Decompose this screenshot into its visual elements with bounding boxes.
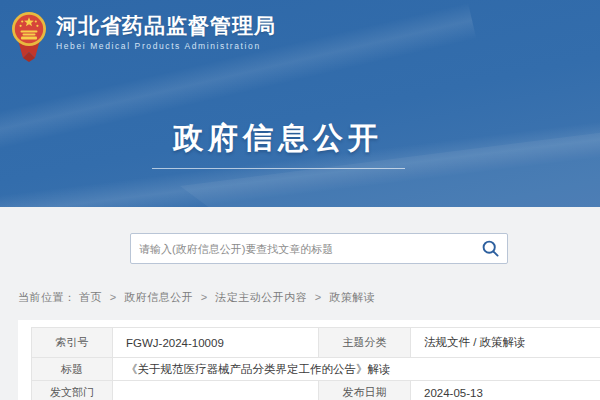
breadcrumb-link-info-disclosure[interactable]: 政府信息公开 (124, 291, 193, 303)
document-panel: 索引号 FGWJ-2024-10009 主题分类 法规文件 / 政策解读 标题 … (18, 320, 600, 400)
search-section: 当前位置： 首页 > 政府信息公开 > 法定主动公开内容 > 政策解读 (0, 207, 600, 320)
page-title: 政府信息公开 (0, 118, 556, 159)
site-title: 河北省药品监督管理局 (56, 14, 276, 38)
breadcrumb-link-home[interactable]: 首页 (79, 291, 102, 303)
table-row: 索引号 FGWJ-2024-10009 主题分类 法规文件 / 政策解读 (32, 328, 600, 358)
breadcrumb-separator: > (201, 291, 208, 303)
page: 河北省药品监督管理局 Hebei Medical Products Admini… (0, 0, 600, 400)
breadcrumb: 当前位置： 首页 > 政府信息公开 > 法定主动公开内容 > 政策解读 (18, 290, 375, 305)
search-box (130, 233, 508, 264)
national-emblem-icon (10, 8, 48, 62)
breadcrumb-link-statutory-content[interactable]: 法定主动公开内容 (215, 291, 307, 303)
table-row: 发文部门 发布日期 2024-05-13 (32, 381, 600, 400)
publish-date-label: 发布日期 (319, 381, 411, 400)
publish-date-value: 2024-05-13 (411, 381, 600, 400)
search-icon (481, 239, 500, 258)
site-name-block: 河北省药品监督管理局 Hebei Medical Products Admini… (56, 8, 276, 62)
document-title-value: 《关于规范医疗器械产品分类界定工作的公告》解读 (113, 358, 600, 381)
topic-category-label: 主题分类 (319, 328, 411, 358)
index-number-label: 索引号 (32, 328, 113, 358)
index-number-value: FGWJ-2024-10009 (113, 328, 319, 358)
breadcrumb-link-policy-interpretation[interactable]: 政策解读 (329, 291, 375, 303)
title-underline (152, 168, 405, 169)
issuing-department-label: 发文部门 (32, 381, 113, 400)
search-button[interactable] (473, 234, 507, 263)
breadcrumb-prefix: 当前位置： (18, 291, 76, 303)
site-banner: 河北省药品监督管理局 Hebei Medical Products Admini… (0, 0, 600, 207)
breadcrumb-separator: > (110, 291, 117, 303)
breadcrumb-separator: > (315, 291, 322, 303)
issuing-department-value (113, 381, 319, 400)
topic-category-value: 法规文件 / 政策解读 (411, 328, 600, 358)
site-logo[interactable]: 河北省药品监督管理局 Hebei Medical Products Admini… (10, 8, 276, 62)
table-row: 标题 《关于规范医疗器械产品分类界定工作的公告》解读 (32, 358, 600, 381)
search-input[interactable] (131, 234, 473, 263)
site-subtitle: Hebei Medical Products Administration (56, 41, 276, 51)
document-title-label: 标题 (32, 358, 113, 381)
document-meta-table: 索引号 FGWJ-2024-10009 主题分类 法规文件 / 政策解读 标题 … (31, 327, 600, 400)
